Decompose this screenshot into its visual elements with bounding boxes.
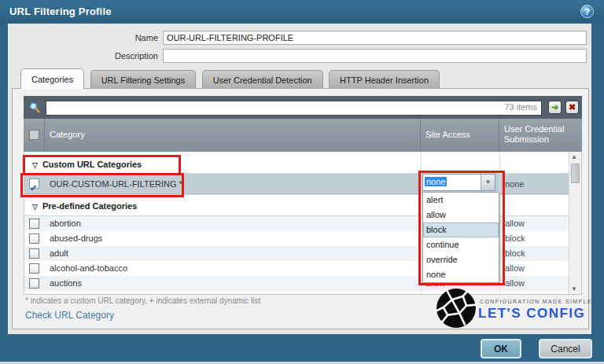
header-separator: [44, 119, 45, 152]
category-name: auctions: [50, 276, 82, 291]
ok-button[interactable]: OK: [481, 339, 521, 358]
logo-tagline: CONFIGURATION MADE SIMPLE: [480, 299, 592, 304]
search-toolbar: 73 items ➔ ✖: [24, 96, 582, 119]
row-checkbox-checked[interactable]: ✔: [29, 178, 39, 189]
column-header-category[interactable]: Category: [50, 130, 85, 139]
group-row-custom-url-categories[interactable]: ▽Custom URL Categories: [24, 155, 569, 174]
row-checkbox[interactable]: [29, 219, 39, 229]
dropdown-option-allow[interactable]: allow: [423, 208, 499, 222]
dialog-body: Name Description Categories URL Filterin…: [8, 24, 591, 334]
header-separator: [499, 119, 499, 152]
check-url-category-link[interactable]: Check URL Category: [25, 310, 114, 321]
name-label: Name: [9, 33, 158, 42]
tab-categories[interactable]: Categories: [20, 68, 84, 89]
scroll-up-icon[interactable]: ▲: [571, 153, 577, 160]
row-checkbox[interactable]: [29, 248, 39, 259]
clear-filter-button[interactable]: ✖: [565, 101, 579, 114]
legend-footnote: * indicates a custom URL category, + ind…: [25, 296, 260, 305]
name-field[interactable]: [163, 31, 587, 45]
category-name: abortion: [50, 216, 81, 231]
logo-brand-text: LET'S CONFIG: [478, 306, 585, 322]
collapse-triangle-icon[interactable]: ▽: [32, 196, 38, 218]
column-separator: [421, 152, 422, 294]
search-icon: [28, 101, 41, 114]
tab-user-credential-detection[interactable]: User Credential Detection: [202, 70, 323, 89]
globe-icon: [436, 288, 477, 329]
user-credential-submission-value[interactable]: none: [505, 174, 524, 194]
category-name: abused-drugs: [50, 231, 102, 246]
user-credential-submission-value[interactable]: allow: [505, 261, 525, 276]
tab-url-filtering-settings[interactable]: URL Filtering Settings: [90, 70, 197, 89]
dropdown-option-continue[interactable]: continue: [423, 237, 499, 252]
site-access-dropdown-list: alert allow block continue override none: [422, 192, 499, 283]
table-header: Category Site Access User Credential Sub…: [24, 119, 582, 152]
header-separator: [420, 119, 421, 152]
category-name: OUR-CUSTOM-URL-FILTERING *: [50, 174, 182, 194]
dialog-title-bar: URL Filtering Profile ?: [0, 0, 604, 24]
row-checkbox[interactable]: [29, 278, 39, 289]
category-name: adult: [50, 246, 68, 261]
column-header-site-access[interactable]: Site Access: [425, 130, 470, 139]
dropdown-option-none[interactable]: none: [423, 267, 499, 282]
dropdown-option-block[interactable]: block: [423, 222, 499, 237]
url-filtering-profile-dialog: URL Filtering Profile ? Name Description…: [0, 0, 604, 364]
row-checkbox[interactable]: [29, 263, 39, 274]
help-icon[interactable]: ?: [580, 5, 594, 18]
user-credential-submission-value[interactable]: allow: [505, 216, 525, 231]
column-separator: [499, 152, 500, 294]
dialog-title: URL Filtering Profile: [9, 6, 112, 17]
apply-filter-button[interactable]: ➔: [548, 101, 562, 114]
site-access-selected-value: none: [425, 177, 447, 186]
dialog-footer: OK Cancel: [0, 334, 604, 364]
lets-config-logo: CONFIGURATION MADE SIMPLE LET'S CONFIG: [436, 288, 588, 329]
scroll-down-icon[interactable]: ▼: [571, 285, 577, 292]
group-label: Custom URL Categories: [42, 160, 142, 169]
search-input[interactable]: [46, 101, 542, 116]
select-all-checkbox[interactable]: [29, 130, 39, 140]
items-count: 73 items: [504, 102, 537, 112]
column-header-user-credential-submission[interactable]: User Credential Submission: [504, 124, 572, 145]
dropdown-arrow-icon[interactable]: ▼: [481, 175, 495, 190]
description-field[interactable]: [163, 49, 587, 63]
user-credential-submission-value[interactable]: block: [505, 246, 525, 261]
description-label: Description: [9, 51, 158, 61]
collapse-triangle-icon[interactable]: ▽: [32, 156, 38, 175]
dropdown-option-alert[interactable]: alert: [423, 193, 499, 208]
tab-strip: Categories URL Filtering Settings User C…: [20, 68, 442, 89]
user-credential-submission-value[interactable]: block: [505, 231, 525, 246]
category-name: alcohol-and-tobacco: [50, 261, 127, 276]
group-label: Pre-defined Categories: [42, 201, 137, 211]
site-access-combobox[interactable]: none ▼: [422, 174, 495, 191]
categories-tab-panel: 73 items ➔ ✖ Category Site Access User C…: [12, 88, 589, 329]
dropdown-option-override[interactable]: override: [423, 252, 499, 267]
row-checkbox[interactable]: [29, 233, 39, 244]
cancel-button[interactable]: Cancel: [539, 339, 592, 358]
table-scrollbar[interactable]: ▲ ▼: [569, 152, 581, 294]
scrollbar-thumb[interactable]: [571, 164, 580, 183]
tab-http-header-insertion[interactable]: HTTP Header Insertion: [329, 70, 440, 89]
